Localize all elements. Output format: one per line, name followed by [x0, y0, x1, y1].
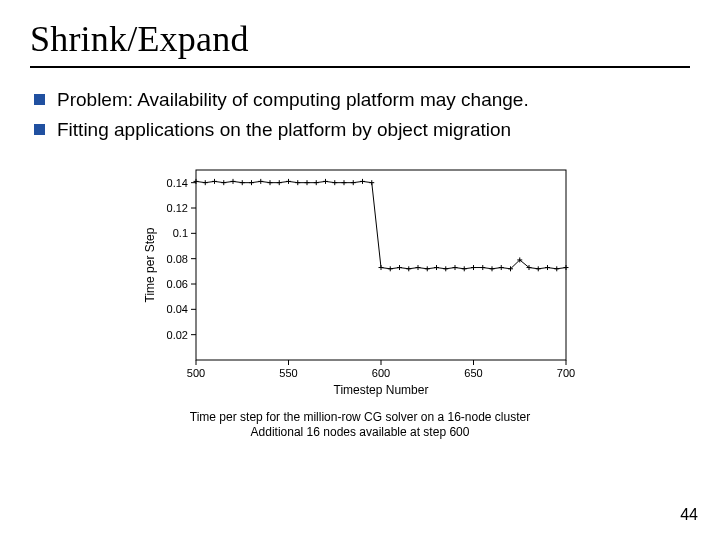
svg-text:0.1: 0.1	[173, 227, 188, 239]
time-per-step-chart: 5005506006507000.020.040.060.080.10.120.…	[140, 160, 580, 400]
bullet-square-icon	[34, 124, 45, 135]
caption-line: Additional 16 nodes available at step 60…	[130, 425, 590, 440]
bullet-text: Problem: Availability of computing platf…	[57, 88, 690, 112]
bullet-item: Fitting applications on the platform by …	[34, 118, 690, 142]
svg-text:0.02: 0.02	[167, 328, 188, 340]
page-number: 44	[680, 506, 698, 524]
svg-text:500: 500	[187, 367, 205, 379]
bullet-square-icon	[34, 94, 45, 105]
svg-text:0.08: 0.08	[167, 252, 188, 264]
bullet-text: Fitting applications on the platform by …	[57, 118, 690, 142]
slide: Shrink/Expand Problem: Availability of c…	[0, 0, 720, 540]
svg-text:0.12: 0.12	[167, 202, 188, 214]
title-underline	[30, 66, 690, 68]
bullet-item: Problem: Availability of computing platf…	[34, 88, 690, 112]
svg-text:0.14: 0.14	[167, 176, 188, 188]
bullet-list: Problem: Availability of computing platf…	[34, 88, 690, 142]
svg-text:0.06: 0.06	[167, 278, 188, 290]
svg-text:550: 550	[279, 367, 297, 379]
slide-title: Shrink/Expand	[30, 18, 690, 60]
svg-text:Timestep Number: Timestep Number	[334, 383, 429, 397]
chart-container: 5005506006507000.020.040.060.080.10.120.…	[130, 160, 590, 440]
chart-caption: Time per step for the million-row CG sol…	[130, 410, 590, 440]
svg-text:0.04: 0.04	[167, 303, 188, 315]
svg-text:700: 700	[557, 367, 575, 379]
svg-text:600: 600	[372, 367, 390, 379]
svg-text:650: 650	[464, 367, 482, 379]
caption-line: Time per step for the million-row CG sol…	[130, 410, 590, 425]
svg-text:Time per Step: Time per Step	[143, 227, 157, 302]
